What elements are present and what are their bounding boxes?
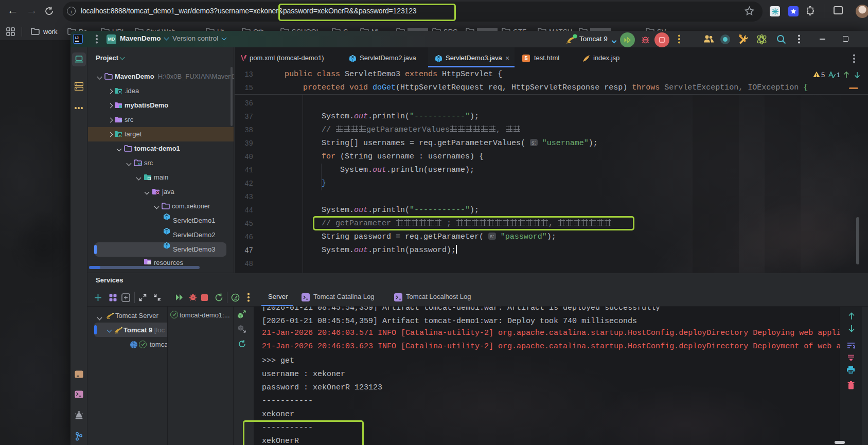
- svg-text:‹/›: ‹/›: [138, 162, 142, 166]
- svg-text:e: e: [119, 134, 121, 137]
- svg-text:‹/›: ‹/›: [118, 118, 122, 123]
